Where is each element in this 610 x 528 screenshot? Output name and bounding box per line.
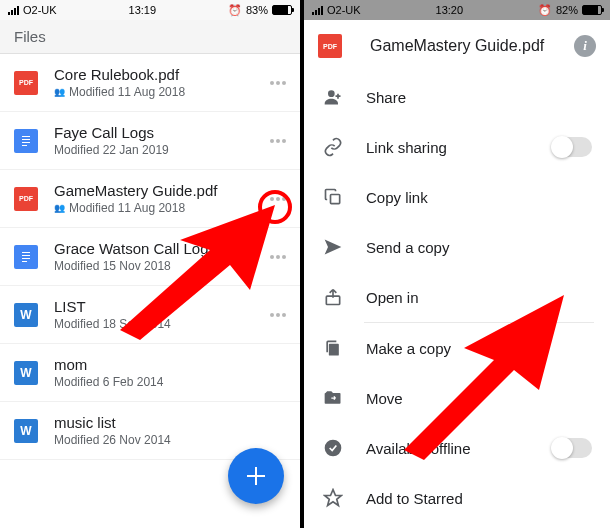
move-icon bbox=[322, 387, 344, 409]
info-button[interactable]: i bbox=[574, 35, 596, 57]
copy-icon bbox=[322, 186, 344, 208]
add-file-fab[interactable] bbox=[228, 448, 284, 504]
menu-share[interactable]: Share bbox=[304, 72, 610, 122]
alarm-icon: ⏰ bbox=[538, 4, 552, 17]
file-name: mom bbox=[54, 356, 290, 373]
time-label: 13:20 bbox=[436, 4, 464, 16]
file-meta: Modified 11 Aug 2018 bbox=[69, 201, 185, 215]
word-icon: W bbox=[14, 303, 38, 327]
more-button[interactable] bbox=[266, 129, 290, 153]
word-icon: W bbox=[14, 419, 38, 443]
share-person-icon bbox=[322, 86, 344, 108]
shared-icon: 👥 bbox=[54, 87, 65, 97]
left-screenshot: O2-UK 13:19 ⏰ 83% Files PDF Core Ruleboo… bbox=[0, 0, 300, 528]
file-row[interactable]: W LIST Modified 18 Sep 2014 bbox=[0, 286, 300, 344]
file-name: Grace Watson Call Logs bbox=[54, 240, 266, 257]
file-meta: Modified 11 Aug 2018 bbox=[69, 85, 185, 99]
svg-rect-3 bbox=[22, 142, 30, 143]
svg-rect-4 bbox=[22, 145, 27, 146]
file-row[interactable]: PDF Core Rulebook.pdf 👥Modified 11 Aug 2… bbox=[0, 54, 300, 112]
battery-icon bbox=[582, 5, 602, 15]
menu-link-sharing[interactable]: Link sharing bbox=[304, 122, 610, 172]
menu-label: Move bbox=[366, 390, 592, 407]
carrier-label: O2-UK bbox=[327, 4, 361, 16]
pdf-icon: PDF bbox=[318, 34, 342, 58]
file-meta: Modified 26 Nov 2014 bbox=[54, 433, 171, 447]
open-in-icon bbox=[322, 286, 344, 308]
send-icon bbox=[322, 236, 344, 258]
menu-copy-link[interactable]: Copy link bbox=[304, 172, 610, 222]
status-bar: O2-UK 13:19 ⏰ 83% bbox=[0, 0, 300, 20]
svg-rect-13 bbox=[329, 344, 339, 356]
svg-rect-9 bbox=[22, 261, 27, 262]
battery-icon bbox=[272, 5, 292, 15]
file-row[interactable]: Faye Call Logs Modified 22 Jan 2019 bbox=[0, 112, 300, 170]
menu-make-copy[interactable]: Make a copy bbox=[304, 323, 610, 373]
detail-header: PDF GameMastery Guide.pdf i bbox=[304, 20, 610, 72]
menu-list: Share Link sharing Copy link Send a copy… bbox=[304, 72, 610, 523]
svg-rect-7 bbox=[22, 255, 30, 256]
signal-icon bbox=[8, 6, 19, 15]
file-name: GameMastery Guide.pdf bbox=[54, 182, 266, 199]
time-label: 13:19 bbox=[129, 4, 157, 16]
menu-open-in[interactable]: Open in bbox=[304, 272, 610, 322]
link-sharing-toggle[interactable] bbox=[552, 137, 592, 157]
menu-label: Share bbox=[366, 89, 592, 106]
menu-available-offline[interactable]: Available offline bbox=[304, 423, 610, 473]
offline-toggle[interactable] bbox=[552, 438, 592, 458]
gdoc-icon bbox=[14, 245, 38, 269]
gdoc-icon bbox=[14, 129, 38, 153]
file-row[interactable]: PDF GameMastery Guide.pdf 👥Modified 11 A… bbox=[0, 170, 300, 228]
more-button[interactable] bbox=[266, 245, 290, 269]
file-name: Core Rulebook.pdf bbox=[54, 66, 266, 83]
menu-label: Open in bbox=[366, 289, 592, 306]
battery-percent: 83% bbox=[246, 4, 268, 16]
right-screenshot: O2-UK 13:20 ⏰ 82% PDF GameMastery Guide.… bbox=[304, 0, 610, 528]
menu-label: Add to Starred bbox=[366, 490, 592, 507]
shared-icon: 👥 bbox=[54, 203, 65, 213]
menu-move[interactable]: Move bbox=[304, 373, 610, 423]
svg-point-10 bbox=[328, 90, 335, 97]
more-button[interactable] bbox=[266, 71, 290, 95]
alarm-icon: ⏰ bbox=[228, 4, 242, 17]
detail-title: GameMastery Guide.pdf bbox=[370, 37, 562, 55]
more-button[interactable] bbox=[266, 303, 290, 327]
status-bar: O2-UK 13:20 ⏰ 82% bbox=[304, 0, 610, 20]
svg-rect-6 bbox=[22, 252, 30, 253]
svg-rect-11 bbox=[331, 195, 340, 204]
svg-rect-8 bbox=[22, 258, 30, 259]
signal-icon bbox=[312, 6, 323, 15]
files-header: Files bbox=[0, 20, 300, 54]
more-button[interactable] bbox=[266, 187, 290, 211]
star-icon bbox=[322, 487, 344, 509]
word-icon: W bbox=[14, 361, 38, 385]
svg-rect-5 bbox=[19, 249, 33, 265]
file-meta: Modified 18 Sep 2014 bbox=[54, 317, 171, 331]
menu-label: Copy link bbox=[366, 189, 592, 206]
pdf-icon: PDF bbox=[14, 71, 38, 95]
file-meta: Modified 22 Jan 2019 bbox=[54, 143, 169, 157]
battery-percent: 82% bbox=[556, 4, 578, 16]
menu-send-copy[interactable]: Send a copy bbox=[304, 222, 610, 272]
file-meta: Modified 6 Feb 2014 bbox=[54, 375, 163, 389]
offline-icon bbox=[322, 437, 344, 459]
menu-add-starred[interactable]: Add to Starred bbox=[304, 473, 610, 523]
carrier-label: O2-UK bbox=[23, 4, 57, 16]
menu-label: Available offline bbox=[366, 440, 530, 457]
menu-label: Send a copy bbox=[366, 239, 592, 256]
file-name: LIST bbox=[54, 298, 266, 315]
svg-rect-2 bbox=[22, 139, 30, 140]
file-name: Faye Call Logs bbox=[54, 124, 266, 141]
menu-label: Make a copy bbox=[366, 340, 592, 357]
file-row[interactable]: W mom Modified 6 Feb 2014 bbox=[0, 344, 300, 402]
link-icon bbox=[322, 136, 344, 158]
file-list: PDF Core Rulebook.pdf 👥Modified 11 Aug 2… bbox=[0, 54, 300, 460]
file-row[interactable]: Grace Watson Call Logs Modified 15 Nov 2… bbox=[0, 228, 300, 286]
file-meta: Modified 15 Nov 2018 bbox=[54, 259, 171, 273]
pdf-icon: PDF bbox=[14, 187, 38, 211]
make-copy-icon bbox=[322, 337, 344, 359]
file-name: music list bbox=[54, 414, 290, 431]
svg-point-14 bbox=[325, 440, 342, 457]
menu-label: Link sharing bbox=[366, 139, 530, 156]
svg-rect-0 bbox=[19, 133, 33, 149]
